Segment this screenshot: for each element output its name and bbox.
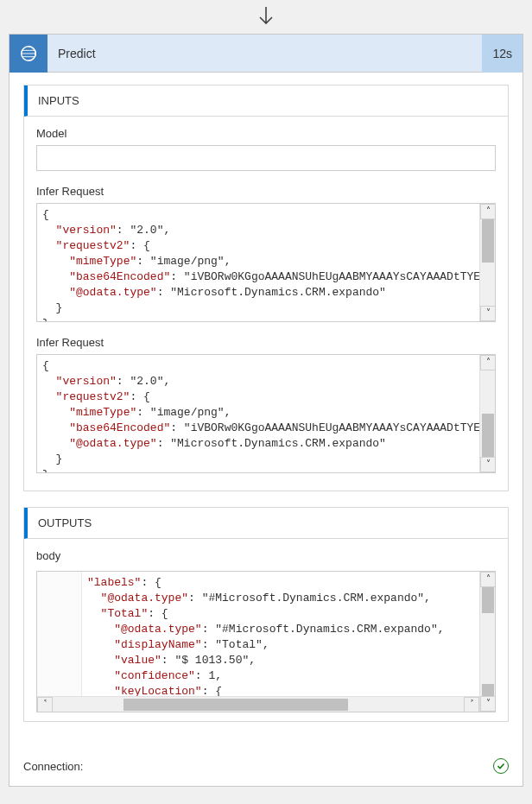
model-input[interactable] <box>36 145 496 171</box>
connection-footer: Connection: <box>10 746 522 786</box>
infer-request-label-1: Infer Request <box>36 185 496 198</box>
infer-request-code-2[interactable]: { "version": "2.0", "requestv2": { "mime… <box>36 354 496 473</box>
scrollbar-horizontal[interactable]: ˂ ˃ <box>37 696 479 712</box>
scrollbar-vertical[interactable]: ˄ ˅ <box>479 572 495 712</box>
connection-label: Connection: <box>23 760 83 773</box>
infer-request-label-2: Infer Request <box>36 336 496 349</box>
duration-badge: 12s <box>482 35 522 73</box>
card-header[interactable]: Predict 12s <box>10 35 522 73</box>
outputs-section-header: OUTPUTS <box>24 508 508 539</box>
infer-request-code-1[interactable]: { "version": "2.0", "requestv2": { "mime… <box>36 203 496 322</box>
inputs-section: INPUTS Model Infer Request { "version": … <box>23 85 509 491</box>
scrollbar-vertical[interactable]: ˄ ˅ <box>479 204 495 321</box>
model-label: Model <box>36 127 496 140</box>
flow-arrow-down-icon <box>0 0 532 34</box>
scrollbar-vertical[interactable]: ˄ ˅ <box>479 355 495 472</box>
code-gutter <box>37 572 82 696</box>
predict-step-card: Predict 12s INPUTS Model Infer Request {… <box>9 34 523 787</box>
body-label: body <box>36 549 496 562</box>
status-success-icon <box>493 758 509 774</box>
inputs-section-header: INPUTS <box>24 85 508 117</box>
outputs-section: OUTPUTS body "labels": { "@odata.type": … <box>23 507 509 722</box>
card-title: Predict <box>48 47 482 60</box>
body-code[interactable]: "labels": { "@odata.type": "#Microsoft.D… <box>36 571 496 712</box>
predict-icon <box>10 35 48 73</box>
